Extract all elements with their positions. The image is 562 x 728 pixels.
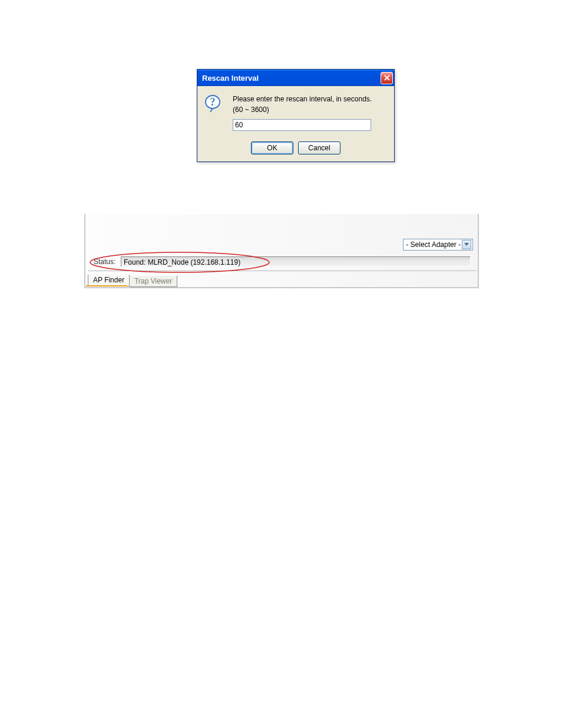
status-value: Found: MLRD_Node (192.168.1.119) <box>124 258 240 266</box>
status-label: Status: <box>94 258 121 266</box>
ok-button[interactable]: OK <box>251 141 293 154</box>
adapter-row: - Select Adapter - <box>403 239 473 251</box>
dialog-title: Rescan Interval <box>202 74 381 83</box>
dialog-body: ? Please enter the rescan interval, in s… <box>197 86 394 139</box>
dialog-content: Please enter the rescan interval, in sec… <box>233 94 387 131</box>
close-icon <box>384 74 390 82</box>
tab-ap-finder-label: AP Finder <box>93 276 124 284</box>
chevron-down-icon <box>462 240 471 249</box>
adapter-select[interactable]: - Select Adapter - <box>403 239 473 251</box>
status-row: Status: Found: MLRD_Node (192.168.1.119) <box>94 256 471 267</box>
rescan-interval-dialog: Rescan Interval ? Please enter the resca… <box>197 69 395 162</box>
svg-text:?: ? <box>210 96 216 108</box>
tab-ap-finder[interactable]: AP Finder <box>88 275 130 286</box>
dialog-message-1: Please enter the rescan interval, in sec… <box>233 94 387 104</box>
rescan-interval-input[interactable] <box>233 119 371 131</box>
close-button[interactable] <box>381 72 393 84</box>
dialog-icon-wrap: ? <box>204 94 226 131</box>
question-icon: ? <box>204 94 223 113</box>
tab-trap-viewer-label: Trap Viewer <box>134 277 172 285</box>
dialog-message-2: (60 ~ 3600) <box>233 105 387 114</box>
dialog-button-row: OK Cancel <box>197 139 394 162</box>
status-divider <box>88 271 477 272</box>
status-value-field: Found: MLRD_Node (192.168.1.119) <box>121 256 471 267</box>
tab-trap-viewer[interactable]: Trap Viewer <box>130 275 177 287</box>
active-tab-indicator <box>86 285 127 286</box>
adapter-select-label: - Select Adapter - <box>406 241 461 249</box>
cancel-button[interactable]: Cancel <box>298 141 340 154</box>
dialog-titlebar[interactable]: Rescan Interval <box>197 70 394 86</box>
status-panel: - Select Adapter - Status: Found: MLRD_N… <box>84 214 479 288</box>
